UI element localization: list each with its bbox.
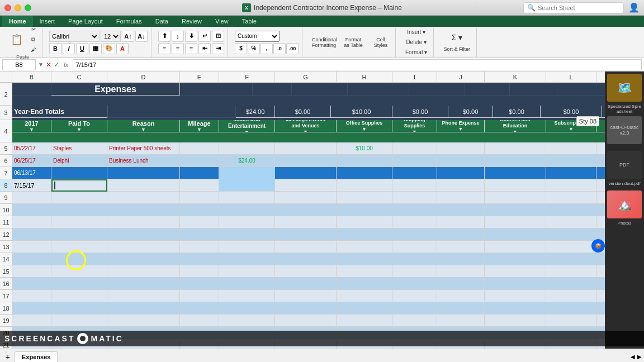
cell-f-9[interactable] xyxy=(219,192,275,204)
cell-f-11[interactable] xyxy=(219,216,275,228)
cell-c-14[interactable] xyxy=(51,253,107,265)
cell-e5[interactable] xyxy=(180,142,219,155)
align-middle-button[interactable]: ↕ xyxy=(172,31,184,42)
sheet-tab-active[interactable]: Expenses xyxy=(15,351,58,363)
cell-e2[interactable] xyxy=(253,83,292,96)
cell-e-16[interactable] xyxy=(180,278,219,290)
row-header-8[interactable]: 8 xyxy=(0,179,12,192)
cell-d-11[interactable] xyxy=(107,216,180,228)
cell-l-10[interactable] xyxy=(546,204,596,216)
cell-d-16[interactable] xyxy=(107,278,180,290)
cell-c7[interactable] xyxy=(51,167,107,179)
increase-decimal-button[interactable]: .00 xyxy=(286,43,299,54)
cell-h3[interactable]: $0.00 xyxy=(392,106,448,118)
align-bottom-button[interactable]: ⬇ xyxy=(185,31,197,42)
maximize-button[interactable] xyxy=(25,4,31,11)
cell-l-19[interactable] xyxy=(546,315,596,327)
col-header-l[interactable]: L xyxy=(546,72,596,83)
cell-h-16[interactable] xyxy=(337,278,392,290)
cell-h5[interactable]: $10.00 xyxy=(337,142,392,155)
col-header-g[interactable]: G xyxy=(275,72,337,83)
cell-j-18[interactable] xyxy=(437,302,485,315)
cell-c-9[interactable] xyxy=(51,192,107,204)
cell-d-13[interactable] xyxy=(107,241,180,253)
cell-g2[interactable] xyxy=(348,83,409,96)
align-center-button[interactable]: ≡ xyxy=(172,43,184,54)
cell-l7[interactable] xyxy=(546,167,596,179)
cell-i6[interactable] xyxy=(392,155,437,167)
tab-view[interactable]: View xyxy=(209,16,235,27)
cell-g-13[interactable] xyxy=(275,241,337,253)
col-header-k[interactable]: K xyxy=(485,72,546,83)
row-header-16[interactable]: 16 xyxy=(0,278,12,290)
cut-button[interactable]: ✂ xyxy=(28,25,39,34)
cell-i4[interactable]: Shipping Supplies ▼ xyxy=(392,120,437,132)
cell-i3[interactable]: $0.00 xyxy=(448,106,493,118)
cell-c-18[interactable] xyxy=(51,302,107,315)
cell-e3[interactable]: $24.00 xyxy=(236,106,275,118)
cell-h-14[interactable] xyxy=(337,253,392,265)
cell-g4[interactable]: Meetings Events and Venues ▼ xyxy=(275,120,337,132)
search-bar[interactable]: 🔍 xyxy=(523,2,624,13)
cell-h4[interactable]: Office Supplies ▼ xyxy=(337,120,392,132)
decrease-decimal-button[interactable]: .0 xyxy=(273,43,286,54)
cell-f-10[interactable] xyxy=(219,204,275,216)
cell-g-16[interactable] xyxy=(275,278,337,290)
percent-button[interactable]: % xyxy=(248,43,260,54)
font-color-button[interactable]: A xyxy=(116,43,129,54)
cell-j-11[interactable] xyxy=(437,216,485,228)
cell-j-9[interactable] xyxy=(437,192,485,204)
cell-j6[interactable] xyxy=(437,155,485,167)
cell-b-12[interactable] xyxy=(12,228,51,241)
cell-i-13[interactable] xyxy=(392,241,437,253)
cell-e-15[interactable] xyxy=(180,265,219,278)
cell-j-15[interactable] xyxy=(437,265,485,278)
cell-b7[interactable]: 06/13/17 xyxy=(12,167,51,179)
bold-button[interactable]: B xyxy=(49,43,61,54)
cell-c4[interactable]: Paid To ▼ xyxy=(51,120,107,132)
cell-e-18[interactable] xyxy=(180,302,219,315)
cell-j-16[interactable] xyxy=(437,278,485,290)
row-header-14[interactable]: 14 xyxy=(0,253,12,265)
cell-f8[interactable] xyxy=(219,179,275,192)
tab-data[interactable]: Data xyxy=(149,16,175,27)
cell-f-17[interactable] xyxy=(219,290,275,302)
cell-b4[interactable]: 2017 ▼ xyxy=(12,120,51,132)
scroll-left-icon[interactable]: ◀ xyxy=(631,354,635,360)
cell-l-14[interactable] xyxy=(546,253,596,265)
cell-i8[interactable] xyxy=(392,179,437,192)
cell-d2[interactable] xyxy=(180,83,253,96)
cell-i7[interactable] xyxy=(392,167,437,179)
cell-g6[interactable] xyxy=(275,155,337,167)
align-right-button[interactable]: ≡ xyxy=(185,43,197,54)
cell-g-12[interactable] xyxy=(275,228,337,241)
cell-b-19[interactable] xyxy=(12,315,51,327)
cell-d-14[interactable] xyxy=(107,253,180,265)
cell-c-11[interactable] xyxy=(51,216,107,228)
cell-c-17[interactable] xyxy=(51,290,107,302)
file-thumb-2[interactable]: cast-O-Matic v2.0 xyxy=(607,116,642,144)
cell-l-17[interactable] xyxy=(546,290,596,302)
cell-b6[interactable]: 06/25/17 xyxy=(12,155,51,167)
cell-b2[interactable] xyxy=(12,83,51,96)
cell-h-12[interactable] xyxy=(337,228,392,241)
cell-l5[interactable] xyxy=(546,142,596,155)
cell-g7[interactable] xyxy=(275,167,337,179)
cell-j3[interactable]: $0.00 xyxy=(493,106,541,118)
cell-c8[interactable] xyxy=(51,179,107,192)
cell-i-11[interactable] xyxy=(392,216,437,228)
cell-i-16[interactable] xyxy=(392,278,437,290)
cell-b8[interactable]: 7/15/17 xyxy=(12,179,51,192)
cell-j2[interactable] xyxy=(510,83,557,96)
cell-j-14[interactable] xyxy=(437,253,485,265)
cell-i-12[interactable] xyxy=(392,228,437,241)
underline-button[interactable]: U xyxy=(76,43,88,54)
cell-h-13[interactable] xyxy=(337,241,392,253)
cell-f-18[interactable] xyxy=(219,302,275,315)
cell-g-10[interactable] xyxy=(275,204,337,216)
cell-b-13[interactable] xyxy=(12,241,51,253)
cell-g-15[interactable] xyxy=(275,265,337,278)
cell-d3[interactable] xyxy=(163,106,236,118)
currency-button[interactable]: $ xyxy=(235,43,247,54)
cell-l-15[interactable] xyxy=(546,265,596,278)
